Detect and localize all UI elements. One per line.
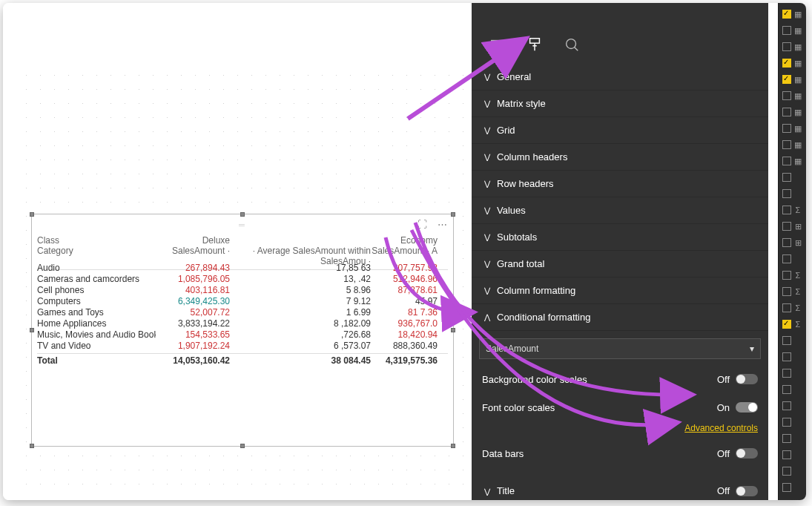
- checkbox-icon[interactable]: [782, 401, 791, 410]
- focus-mode-icon[interactable]: ⛶: [417, 219, 427, 230]
- data-bars-row: Data bars Off: [472, 439, 768, 467]
- fields-tab-icon[interactable]: [489, 36, 506, 55]
- table-row[interactable]: Audio267,894.4317,85 63207,757.98: [37, 263, 448, 274]
- checkbox-icon[interactable]: [782, 222, 791, 231]
- field-checkbox-item[interactable]: Σ: [779, 316, 806, 332]
- cf-field-select[interactable]: SalesAmount ▾: [479, 338, 761, 359]
- title-toggle[interactable]: Off: [717, 485, 758, 496]
- field-checkbox-item[interactable]: [779, 251, 806, 267]
- table-row[interactable]: Music, Movies and Audio Books154,533.65 …: [37, 329, 448, 341]
- checkbox-icon[interactable]: [782, 385, 791, 394]
- field-type-icon: [793, 467, 802, 476]
- field-checkbox-item[interactable]: Σ: [779, 267, 806, 283]
- field-checkbox-item[interactable]: ▦: [779, 120, 806, 137]
- checkbox-icon[interactable]: [782, 59, 791, 68]
- checkbox-icon[interactable]: [782, 434, 791, 443]
- field-checkbox-item[interactable]: Σ: [779, 283, 806, 300]
- checkbox-icon[interactable]: [782, 483, 791, 492]
- field-checkbox-item[interactable]: [779, 381, 806, 398]
- field-checkbox-item[interactable]: ▦: [779, 71, 806, 88]
- checkbox-icon[interactable]: [782, 206, 791, 214]
- chevron-down-icon: ⋁: [482, 73, 492, 81]
- table-row[interactable]: Computers6,349,425.307 9.12 45.97: [37, 296, 448, 307]
- section-values[interactable]: ⋁Values: [472, 197, 768, 224]
- checkbox-icon[interactable]: [782, 352, 791, 361]
- advanced-controls-link[interactable]: Advanced controls: [472, 421, 768, 439]
- checkbox-icon[interactable]: [782, 26, 791, 35]
- matrix-visual[interactable]: ═ ⛶ ⋯ Class Deluxe Economy Category Sale…: [31, 214, 454, 447]
- checkbox-icon[interactable]: [782, 173, 791, 182]
- section-column-formatting[interactable]: ⋁Column formatting: [472, 277, 768, 304]
- section-grid[interactable]: ⋁Grid: [472, 117, 768, 144]
- section-general[interactable]: ⋁General: [472, 64, 768, 91]
- checkbox-icon[interactable]: [782, 140, 791, 149]
- table-row[interactable]: Home Appliances3,833,194.228 ,182.09936,…: [37, 318, 448, 329]
- checkbox-icon[interactable]: [782, 369, 791, 378]
- checkbox-icon[interactable]: [782, 157, 791, 165]
- checkbox-icon[interactable]: [782, 271, 791, 280]
- section-column-headers[interactable]: ⋁Column headers: [472, 144, 768, 171]
- section-conditional-formatting[interactable]: ⋀Conditional formatting: [472, 304, 768, 331]
- field-checkbox-item[interactable]: ▦: [779, 6, 806, 22]
- field-checkbox-item[interactable]: ⊞: [779, 218, 806, 234]
- format-pane: ⋁General⋁Matrix style⋁Grid⋁Column header…: [472, 3, 768, 500]
- field-checkbox-item[interactable]: [779, 430, 806, 447]
- checkbox-icon[interactable]: [782, 467, 791, 476]
- table-row[interactable]: TV and Video1,907,192.246 ,573.07888,360…: [37, 341, 448, 352]
- field-checkbox-item[interactable]: ⊞: [779, 234, 806, 251]
- field-checkbox-item[interactable]: Σ: [779, 202, 806, 218]
- field-checkbox-item[interactable]: [779, 185, 806, 202]
- checkbox-icon[interactable]: [782, 124, 791, 133]
- checkbox-icon[interactable]: [782, 91, 791, 100]
- section-subtotals[interactable]: ⋁Subtotals: [472, 224, 768, 251]
- field-checkbox-item[interactable]: Σ: [779, 300, 806, 316]
- analytics-tab-icon[interactable]: [564, 36, 580, 55]
- section-grand-total[interactable]: ⋁Grand total: [472, 251, 768, 277]
- field-checkbox-item[interactable]: ▦: [779, 153, 806, 169]
- checkbox-icon[interactable]: [782, 418, 791, 427]
- field-checkbox-item[interactable]: [779, 349, 806, 365]
- checkbox-icon[interactable]: [782, 336, 791, 345]
- checkbox-icon[interactable]: [782, 450, 791, 459]
- field-checkbox-item[interactable]: [779, 447, 806, 463]
- data-bars-toggle[interactable]: Off: [717, 448, 758, 459]
- checkbox-icon[interactable]: [782, 303, 791, 312]
- field-checkbox-item[interactable]: ▦: [779, 22, 806, 39]
- checkbox-icon[interactable]: [782, 10, 791, 19]
- checkbox-icon[interactable]: [782, 189, 791, 198]
- chevron-down-icon: ⋁: [482, 180, 492, 188]
- checkbox-icon[interactable]: [782, 75, 791, 84]
- field-checkbox-item[interactable]: ▦: [779, 39, 806, 55]
- field-checkbox-item[interactable]: [779, 169, 806, 185]
- section-matrix-style[interactable]: ⋁Matrix style: [472, 91, 768, 117]
- checkbox-icon[interactable]: [782, 238, 791, 247]
- field-checkbox-item[interactable]: [779, 463, 806, 479]
- checkbox-icon[interactable]: [782, 254, 791, 263]
- field-type-icon: ▦: [793, 10, 802, 19]
- checkbox-icon[interactable]: [782, 108, 791, 116]
- table-row[interactable]: Cameras and camcorders1,085,796.0513, .4…: [37, 274, 448, 285]
- field-checkbox-item[interactable]: [779, 332, 806, 349]
- bg-color-scales-toggle[interactable]: Off: [717, 374, 758, 385]
- format-tab-icon[interactable]: [527, 36, 543, 55]
- field-checkbox-item[interactable]: ▦: [779, 88, 806, 104]
- field-checkbox-item[interactable]: ▦: [779, 137, 806, 153]
- chevron-down-icon: ⋁: [482, 126, 492, 134]
- report-canvas[interactable]: ═ ⛶ ⋯ Class Deluxe Economy Category Sale…: [3, 3, 472, 500]
- section-row-headers[interactable]: ⋁Row headers: [472, 171, 768, 197]
- section-title[interactable]: ⋁Title Off: [472, 478, 768, 500]
- table-row[interactable]: Games and Toys52,007.721 6.9981 7.36: [37, 307, 448, 318]
- field-checkbox-item[interactable]: [779, 365, 806, 381]
- checkbox-icon[interactable]: [782, 42, 791, 51]
- font-color-scales-toggle[interactable]: On: [717, 402, 758, 413]
- field-checkbox-item[interactable]: [779, 398, 806, 414]
- field-checkbox-item[interactable]: ▦: [779, 104, 806, 120]
- table-row[interactable]: Cell phones403,116.815 8.9687,378.61: [37, 285, 448, 296]
- field-checkbox-item[interactable]: ▦: [779, 55, 806, 71]
- field-checkbox-item[interactable]: [779, 414, 806, 430]
- checkbox-icon[interactable]: [782, 287, 791, 296]
- checkbox-icon[interactable]: [782, 320, 791, 329]
- field-checkbox-item[interactable]: [779, 479, 806, 496]
- drag-grip-icon[interactable]: ═: [239, 220, 246, 229]
- more-options-icon[interactable]: ⋯: [438, 219, 447, 230]
